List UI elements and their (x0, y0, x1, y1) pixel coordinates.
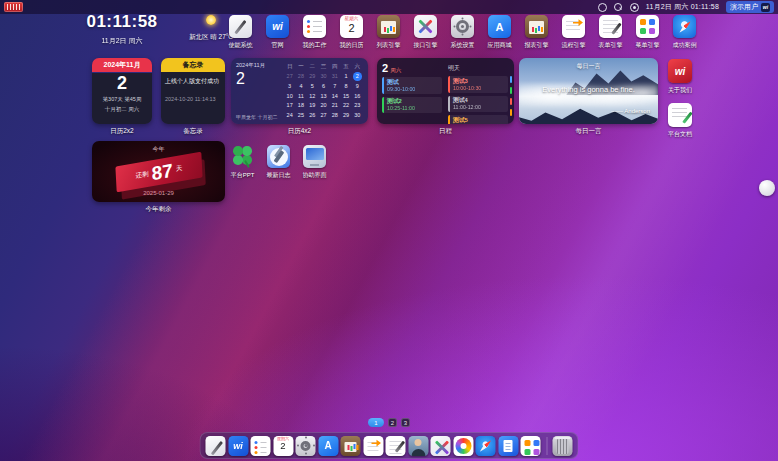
hammer-tool-icon (267, 145, 290, 168)
search-icon[interactable] (614, 3, 623, 12)
trash-icon[interactable] (553, 436, 573, 456)
menubar-datetime: 11月2日 周六 01:11:58 (646, 2, 719, 12)
circle-icon[interactable] (598, 3, 607, 12)
app-menu-engine[interactable]: 菜单引擎 (636, 15, 659, 50)
sun-icon (206, 15, 216, 25)
notes-pen-icon (229, 15, 252, 38)
app-enable-system[interactable]: 使能系统 (229, 15, 252, 50)
memo-timestamp: 2024-10-20 11:14:13 (165, 96, 221, 102)
user-avatar-icon: wi (761, 3, 770, 12)
blue-doc-icon[interactable] (498, 436, 518, 456)
app-store-icon: A (488, 15, 511, 38)
quote-title: 每日一言 (519, 62, 658, 71)
safari-compass-icon (673, 15, 696, 38)
countdown-widget[interactable]: 今年 还剩 87 天 2025-01-29 今年剩余 (92, 141, 225, 214)
quote-text: Everything is gonna be fine. (525, 85, 652, 94)
app-store[interactable]: A 应用商城 (488, 15, 511, 50)
schedule-widget[interactable]: 2周六 测试 09:30-10:00 测试2 10:25-11:00 明天 测试… (377, 58, 514, 136)
app-icon-row: 使能系统 wi 官网 我的工作 星期六2 我的日历 列表引擎 接口引擎 系统设置… (229, 15, 696, 50)
desktop-icon-row-2: 平台PPT 最新日志 协助界面 (231, 145, 326, 180)
tools-x-icon (414, 15, 437, 38)
calendar2x2-day: 2 (92, 73, 152, 95)
reminders-icon[interactable] (251, 436, 271, 456)
app-system-settings[interactable]: 系统设置 (451, 15, 474, 50)
form-doc-icon[interactable] (386, 436, 406, 456)
user-button-label: 演示用户 (730, 2, 758, 12)
gear-icon[interactable] (296, 436, 316, 456)
desktop-right-icons: wi 关于我们 平台文档 (663, 59, 697, 139)
clock-time: 01:11:58 (84, 12, 160, 32)
calendar-2x2-widget[interactable]: 2024年11月 2 第307天 第45周 十月初二 周六 日历2x2 (92, 58, 152, 136)
photos-icon[interactable] (453, 436, 473, 456)
notes-pen-icon[interactable] (206, 436, 226, 456)
monitor-icon (303, 145, 326, 168)
widget-label: 日历4x2 (288, 127, 311, 136)
calendar2x2-header: 2024年11月 (92, 58, 152, 72)
dock: wi 星期六2 A (200, 432, 579, 459)
countdown-title: 今年 (92, 145, 225, 154)
page-scroll-handle[interactable] (759, 180, 775, 196)
user-button[interactable]: 演示用户 wi (726, 1, 774, 13)
page-dot-2[interactable]: 2 (388, 418, 397, 427)
widget-label: 备忘录 (183, 127, 203, 136)
flow-doc-icon[interactable] (363, 436, 383, 456)
schedule-event: 测试 09:30-10:00 (382, 77, 442, 94)
memo-widget[interactable]: 备忘录 上线个人版支付成功 2024-10-20 11:14:13 备忘录 (161, 58, 225, 136)
app-my-work[interactable]: 我的工作 (303, 15, 326, 50)
app-platform-ppt[interactable]: 平台PPT (231, 145, 254, 180)
schedule-color-ticks (510, 76, 512, 116)
calendar-4x2-widget[interactable]: 2024年11月 2 甲辰龙年 十月初二 日一二三四五六 27282930311… (231, 58, 368, 136)
quote-author: —— Anderson (611, 108, 650, 114)
app-assist-ui[interactable]: 协助界面 (303, 145, 326, 180)
wi-red-logo-icon: wi (668, 59, 692, 83)
daily-quote-widget[interactable]: 每日一言 Everything is gonna be fine. —— And… (519, 58, 658, 136)
app-store-icon[interactable]: A (318, 436, 338, 456)
schedule-event: 测试4 11:00-12:00 (448, 96, 508, 113)
grid-icon[interactable] (521, 436, 541, 456)
countdown-date: 2025-01-29 (92, 190, 225, 196)
app-list-engine[interactable]: 列表引擎 (377, 15, 400, 50)
app-platform-docs[interactable]: 平台文档 (669, 103, 692, 139)
wi-logo-icon[interactable]: wi (228, 436, 248, 456)
clock-date: 11月2日 周六 (84, 36, 160, 46)
app-my-calendar[interactable]: 星期六2 我的日历 (340, 15, 363, 50)
widget-label: 今年剩余 (146, 205, 172, 214)
widget-label: 每日一言 (576, 127, 602, 136)
page-indicator: 1 2 3 (368, 418, 410, 427)
calendar-icon[interactable]: 星期六2 (273, 436, 293, 456)
app-api-engine[interactable]: 接口引擎 (414, 15, 437, 50)
form-doc-icon (599, 15, 622, 38)
menu-bar: 11月2日 周六 01:11:58 演示用户 wi (0, 0, 778, 14)
wi-logo-icon: wi (266, 15, 289, 38)
gear-icon (451, 15, 474, 38)
schedule-event: 测试2 10:25-11:00 (382, 97, 442, 114)
grid-icon (636, 15, 659, 38)
page-dot-1[interactable]: 1 (368, 418, 384, 427)
schedule-event: 测试5 12:30-13:00 (448, 115, 508, 124)
safari-compass-icon[interactable] (476, 436, 496, 456)
reminders-icon (303, 15, 326, 38)
report-box-icon (525, 15, 548, 38)
app-report-engine[interactable]: 报表引擎 (525, 15, 548, 50)
user-avatar-icon[interactable] (408, 436, 428, 456)
widget-label: 日历2x2 (110, 127, 133, 136)
app-official-site[interactable]: wi 官网 (266, 15, 289, 50)
page-dot-3[interactable]: 3 (401, 418, 410, 427)
app-form-engine[interactable]: 表单引擎 (599, 15, 622, 50)
clover-icon (231, 145, 254, 168)
flow-doc-icon (562, 15, 585, 38)
app-success-cases[interactable]: 成功案例 (673, 15, 696, 50)
schedule-event: 测试3 10:00-10:30 (448, 76, 508, 93)
app-latest-changelog[interactable]: 最新日志 (267, 145, 290, 180)
document-pen-icon (668, 103, 692, 127)
memo-content: 上线个人版支付成功 (165, 77, 221, 86)
app-about-us[interactable]: wi 关于我们 (669, 59, 692, 95)
report-box-icon[interactable] (341, 436, 361, 456)
tools-x-icon[interactable] (431, 436, 451, 456)
app-flow-engine[interactable]: 流程引擎 (562, 15, 585, 50)
calendar-today: 2 (353, 72, 362, 81)
brand-logo-icon[interactable] (4, 2, 23, 12)
clock-widget[interactable]: 01:11:58 11月2日 周六 (84, 12, 160, 46)
widget-label: 日程 (439, 127, 452, 136)
target-icon[interactable] (630, 3, 639, 12)
